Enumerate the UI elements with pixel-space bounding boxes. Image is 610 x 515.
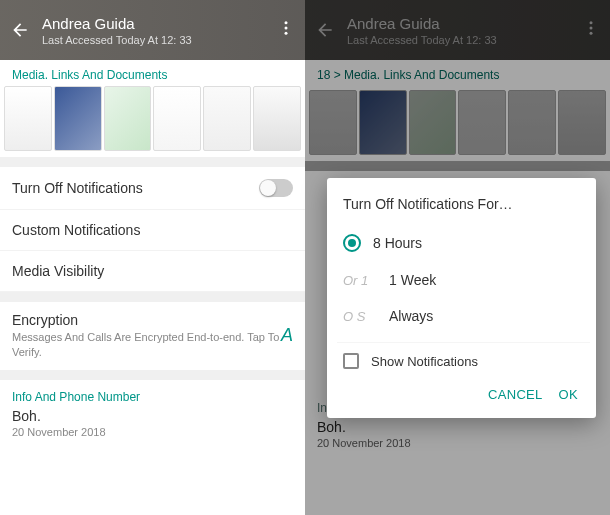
option-1-week[interactable]: Or 1 1 Week — [337, 262, 590, 298]
ghost-text: Or 1 — [343, 273, 377, 288]
cancel-button[interactable]: CANCEL — [484, 381, 547, 408]
media-thumb[interactable] — [203, 86, 251, 151]
media-section-title[interactable]: Media. Links And Documents — [0, 60, 305, 86]
media-thumbs[interactable] — [0, 86, 305, 157]
back-icon[interactable] — [10, 20, 30, 40]
info-value: Boh. — [12, 408, 293, 424]
encryption-sub: Messages And Calls Are Encrypted End-to-… — [12, 330, 281, 360]
contact-name: Andrea Guida — [42, 15, 192, 32]
ok-button[interactable]: OK — [555, 381, 582, 408]
encryption-title: Encryption — [12, 312, 281, 328]
media-thumb[interactable] — [104, 86, 152, 151]
media-visibility-row[interactable]: Media Visibility — [0, 251, 305, 292]
ghost-text: O S — [343, 309, 377, 324]
turn-off-notifications-row[interactable]: Turn Off Notifications — [0, 167, 305, 210]
more-icon[interactable] — [277, 19, 295, 41]
mute-dialog: Turn Off Notifications For… 8 Hours Or 1… — [327, 178, 596, 418]
svg-point-1 — [285, 27, 288, 30]
media-vis-label: Media Visibility — [12, 263, 104, 279]
dialog-title: Turn Off Notifications For… — [337, 192, 590, 224]
option-label: Always — [389, 308, 433, 324]
radio-icon[interactable] — [343, 234, 361, 252]
notifications-toggle[interactable] — [259, 179, 293, 197]
last-seen: Last Accessed Today At 12: 33 — [42, 34, 192, 46]
show-notifications-row[interactable]: Show Notifications — [337, 342, 590, 377]
info-date: 20 November 2018 — [12, 426, 293, 438]
media-thumb[interactable] — [4, 86, 52, 151]
option-8-hours[interactable]: 8 Hours — [337, 224, 590, 262]
custom-notifications-row[interactable]: Custom Notifications — [0, 210, 305, 251]
info-label: Info And Phone Number — [12, 390, 293, 404]
option-label: 1 Week — [389, 272, 436, 288]
turn-off-label: Turn Off Notifications — [12, 180, 143, 196]
header-left: Andrea Guida Last Accessed Today At 12: … — [0, 0, 305, 60]
lock-icon: A — [281, 325, 293, 346]
checkbox-icon[interactable] — [343, 353, 359, 369]
svg-point-2 — [285, 32, 288, 35]
media-thumb[interactable] — [253, 86, 301, 151]
option-label: 8 Hours — [373, 235, 422, 251]
checkbox-label: Show Notifications — [371, 354, 478, 369]
media-thumb[interactable] — [153, 86, 201, 151]
info-block[interactable]: Info And Phone Number Boh. 20 November 2… — [0, 380, 305, 448]
option-always[interactable]: O S Always — [337, 298, 590, 334]
custom-label: Custom Notifications — [12, 222, 140, 238]
media-thumb[interactable] — [54, 86, 102, 151]
encryption-row[interactable]: Encryption Messages And Calls Are Encryp… — [0, 302, 305, 370]
svg-point-0 — [285, 21, 288, 24]
